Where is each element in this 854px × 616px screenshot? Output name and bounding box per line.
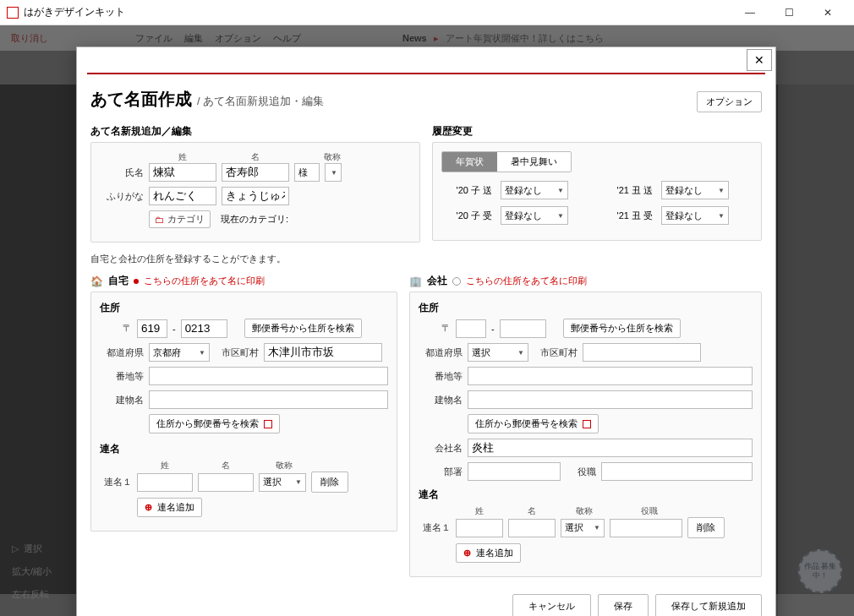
company-renmei-sei-input[interactable] bbox=[456, 519, 503, 537]
dialog-option-button[interactable]: オプション bbox=[697, 91, 762, 112]
save-button[interactable]: 保存 bbox=[598, 594, 649, 616]
address-note: 自宅と会社の住所を登録することができます。 bbox=[90, 253, 762, 265]
honorific-dropdown[interactable]: ▼ bbox=[325, 163, 342, 182]
home-renmei-keisho-select[interactable]: 選択▼ bbox=[259, 473, 306, 492]
building-label: 建物名 bbox=[100, 394, 144, 406]
company-dept-input[interactable] bbox=[468, 462, 561, 481]
home-radio[interactable] bbox=[134, 279, 139, 284]
section-add-edit: あて名新規追加／編集 bbox=[90, 124, 420, 139]
name-label: 氏名 bbox=[100, 166, 144, 179]
street-label: 番地等 bbox=[100, 370, 144, 383]
plus-icon: ⊕ bbox=[145, 502, 152, 513]
stop-icon bbox=[583, 420, 591, 428]
company-street-input[interactable] bbox=[468, 367, 753, 385]
hist-21-recv-label: '21 丑 受 bbox=[602, 210, 653, 222]
postal-mark: 〒 bbox=[100, 322, 132, 335]
home-zip-search-button[interactable]: 郵便番号から住所を検索 bbox=[244, 319, 362, 338]
company-add-renmei-button[interactable]: ⊕ 連名追加 bbox=[456, 543, 521, 563]
home-radio-note: こちらの住所をあて名に印刷 bbox=[144, 275, 265, 287]
hist-20-send-label: '20 子 送 bbox=[441, 184, 492, 197]
hist-20-send-select[interactable]: 登録なし▼ bbox=[501, 181, 568, 199]
close-window-button[interactable]: ✕ bbox=[808, 0, 847, 25]
home-renmei-title: 連名 bbox=[100, 442, 388, 456]
company-name-label: 会社名 bbox=[419, 442, 463, 455]
company-renmei-keisho-select[interactable]: 選択▼ bbox=[561, 519, 605, 537]
company-renmei-delete-button[interactable]: 削除 bbox=[687, 517, 725, 538]
renmei1-label: 連名１ bbox=[100, 476, 132, 488]
home-add-renmei-button[interactable]: ⊕ 連名追加 bbox=[137, 498, 202, 517]
company-renmei-position-input[interactable] bbox=[610, 519, 682, 537]
folder-icon: 🗀 bbox=[155, 215, 164, 225]
dialog-subtitle: / あて名面新規追加・編集 bbox=[197, 94, 324, 109]
home-address-title: 住所 bbox=[100, 301, 388, 315]
honorific-select[interactable]: 様 bbox=[294, 163, 320, 182]
minimize-button[interactable]: — bbox=[731, 0, 769, 25]
surname-input[interactable] bbox=[149, 163, 216, 182]
home-zip1-input[interactable] bbox=[137, 319, 167, 338]
company-prefecture-select[interactable]: 選択▼ bbox=[468, 343, 528, 362]
current-category-label: 現在のカテゴリ: bbox=[221, 213, 288, 226]
home-street-input[interactable] bbox=[149, 367, 388, 385]
home-city-input[interactable] bbox=[264, 343, 382, 362]
furigana-given-name-input[interactable] bbox=[222, 187, 289, 205]
home-renmei-mei-input[interactable] bbox=[198, 473, 254, 492]
head-mei: 名 bbox=[222, 151, 289, 163]
dialog-close-button[interactable]: ✕ bbox=[747, 49, 772, 71]
history-tabs: 年賀状 暑中見舞い bbox=[441, 151, 572, 172]
app-icon bbox=[7, 7, 19, 19]
address-create-dialog: ✕ あて名面作成 / あて名面新規追加・編集 オプション あて名新規追加／編集 … bbox=[76, 46, 776, 616]
home-building-input[interactable] bbox=[149, 390, 388, 409]
furigana-label: ふりがな bbox=[100, 190, 144, 203]
company-zip2-input[interactable] bbox=[500, 319, 546, 338]
company-radio-note: こちらの住所をあて名に印刷 bbox=[466, 275, 587, 287]
titlebar: はがきデザインキット — ☐ ✕ bbox=[0, 0, 854, 25]
prefecture-label: 都道府県 bbox=[100, 346, 144, 359]
company-renmei-mei-input[interactable] bbox=[508, 519, 556, 537]
department-label: 部署 bbox=[419, 466, 463, 478]
stop-icon bbox=[264, 420, 272, 428]
company-zip1-input[interactable] bbox=[456, 319, 486, 338]
furigana-surname-input[interactable] bbox=[149, 187, 216, 205]
home-prefecture-select[interactable]: 京都府▼ bbox=[149, 343, 210, 362]
home-title: 自宅 bbox=[108, 274, 129, 288]
position-label: 役職 bbox=[566, 466, 596, 478]
hist-20-recv-select[interactable]: 登録なし▼ bbox=[501, 206, 568, 225]
home-icon: 🏠 bbox=[90, 275, 103, 287]
company-renmei-title: 連名 bbox=[419, 488, 753, 502]
company-building-input[interactable] bbox=[468, 390, 753, 409]
company-zip-search-button[interactable]: 郵便番号から住所を検索 bbox=[563, 319, 681, 338]
given-name-input[interactable] bbox=[222, 163, 289, 182]
company-city-input[interactable] bbox=[583, 343, 701, 362]
hist-21-recv-select[interactable]: 登録なし▼ bbox=[661, 206, 729, 225]
company-name-input[interactable] bbox=[468, 439, 753, 457]
maximize-button[interactable]: ☐ bbox=[769, 0, 808, 25]
home-addr-to-zip-button[interactable]: 住所から郵便番号を検索 bbox=[149, 414, 280, 433]
city-label: 市区町村 bbox=[215, 346, 259, 359]
home-renmei-sei-input[interactable] bbox=[137, 473, 193, 492]
home-renmei-delete-button[interactable]: 削除 bbox=[311, 472, 348, 493]
head-sei: 姓 bbox=[149, 151, 216, 163]
category-button[interactable]: 🗀 カテゴリ bbox=[149, 210, 211, 228]
section-history: 履歴変更 bbox=[432, 124, 762, 139]
cancel-button[interactable]: キャンセル bbox=[512, 594, 591, 616]
hist-20-recv-label: '20 子 受 bbox=[441, 210, 492, 222]
dialog-title: あて名面作成 bbox=[90, 88, 192, 111]
hist-21-send-select[interactable]: 登録なし▼ bbox=[661, 181, 729, 199]
company-addr-to-zip-button[interactable]: 住所から郵便番号を検索 bbox=[468, 414, 599, 433]
home-zip2-input[interactable] bbox=[181, 319, 227, 338]
building-icon: 🏢 bbox=[409, 275, 422, 287]
head-keisho: 敬称 bbox=[311, 151, 353, 163]
save-and-new-button[interactable]: 保存して新規追加 bbox=[655, 594, 762, 616]
tab-nengajo[interactable]: 年賀状 bbox=[442, 152, 497, 172]
company-title: 会社 bbox=[427, 274, 447, 288]
company-position-input[interactable] bbox=[601, 462, 753, 481]
hist-21-send-label: '21 丑 送 bbox=[602, 184, 653, 197]
company-radio[interactable] bbox=[452, 277, 461, 286]
app-title: はがきデザインキット bbox=[24, 5, 125, 19]
plus-icon: ⊕ bbox=[463, 548, 471, 559]
company-address-title: 住所 bbox=[419, 301, 753, 315]
tab-shochumimai[interactable]: 暑中見舞い bbox=[497, 152, 571, 172]
